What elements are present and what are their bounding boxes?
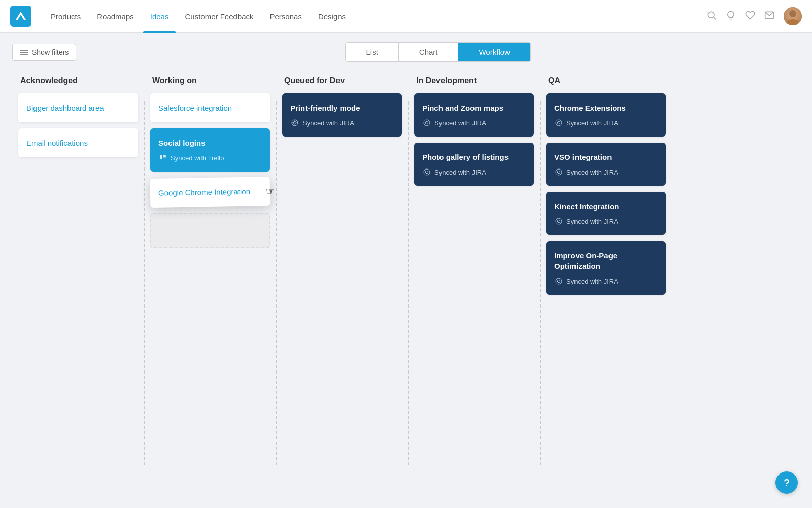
card-sync-info: Synced with JIRA xyxy=(422,118,526,127)
nav-ideas[interactable]: Ideas xyxy=(143,8,176,25)
card-sync-info: Synced with JIRA xyxy=(554,277,658,286)
svg-point-16 xyxy=(425,171,428,173)
svg-point-15 xyxy=(424,120,430,126)
svg-rect-7 xyxy=(163,155,166,157)
card-pinch-zoom-maps[interactable]: Pinch and Zoom maps Synced with JIRA xyxy=(414,93,534,137)
column-queued-for-dev: Queued for Dev Print-friendly mode Synce… xyxy=(276,76,408,465)
card-vso-integration[interactable]: VSO integration Synced with JIRA xyxy=(546,143,666,186)
column-queued-for-dev-header: Queued for Dev xyxy=(282,76,402,85)
logo-icon xyxy=(15,10,27,22)
column-in-development: In Development Pinch and Zoom maps Synce… xyxy=(408,76,540,465)
card-photo-gallery[interactable]: Photo gallery of listings Synced with JI… xyxy=(414,143,534,186)
card-title: Print-friendly mode xyxy=(290,103,394,113)
card-title: Salesforce integration xyxy=(158,103,262,113)
jira-icon xyxy=(422,167,431,177)
navbar-actions xyxy=(706,7,802,25)
card-title: Chrome Extensions xyxy=(554,103,658,113)
card-email-notifications[interactable]: Email notifications xyxy=(18,128,138,157)
workflow-board: Acknowledged Bigger dashboard area Email… xyxy=(0,71,812,477)
jira-icon xyxy=(554,167,563,177)
svg-rect-6 xyxy=(160,155,162,159)
drag-cursor: ☞ xyxy=(266,185,275,197)
card-google-chrome-integration[interactable]: Google Chrome Integration ☞ xyxy=(150,177,270,208)
navbar-links: Products Roadmaps Ideas Customer Feedbac… xyxy=(44,8,706,25)
card-title: Social logins xyxy=(158,138,262,148)
app-logo[interactable] xyxy=(10,6,31,27)
nav-products[interactable]: Products xyxy=(44,8,88,25)
column-in-development-header: In Development xyxy=(414,76,534,85)
sync-label: Synced with JIRA xyxy=(302,119,354,127)
view-tabs: List Chart Workflow xyxy=(345,42,530,62)
column-qa-header: QA xyxy=(546,76,666,85)
svg-point-19 xyxy=(556,120,562,126)
card-title: VSO integration xyxy=(554,152,658,162)
sync-label: Synced with JIRA xyxy=(566,168,618,176)
filter-icon xyxy=(20,49,28,55)
heart-icon[interactable] xyxy=(745,10,755,23)
card-chrome-extensions[interactable]: Chrome Extensions Synced with JIRA xyxy=(546,93,666,137)
svg-point-14 xyxy=(425,121,428,124)
lightbulb-icon[interactable] xyxy=(726,10,736,23)
svg-point-8 xyxy=(293,121,296,124)
avatar-image xyxy=(784,7,802,25)
svg-point-23 xyxy=(556,218,562,224)
card-title: Photo gallery of listings xyxy=(422,152,526,162)
show-filters-label: Show filters xyxy=(32,48,69,56)
column-working-on-header: Working on xyxy=(150,76,270,85)
card-title: Google Chrome Integration xyxy=(158,186,262,198)
jira-icon xyxy=(554,217,563,226)
sync-label: Synced with JIRA xyxy=(566,218,618,225)
sync-label: Synced with JIRA xyxy=(434,168,486,176)
nav-roadmaps[interactable]: Roadmaps xyxy=(90,8,141,25)
search-icon[interactable] xyxy=(706,10,717,23)
card-title: Bigger dashboard area xyxy=(26,103,130,113)
jira-icon xyxy=(554,277,563,286)
column-acknowledged-header: Acknowledged xyxy=(18,76,138,85)
jira-icon xyxy=(290,118,299,127)
show-filters-button[interactable]: Show filters xyxy=(12,44,76,61)
svg-point-0 xyxy=(708,12,714,18)
avatar[interactable] xyxy=(784,7,802,25)
card-bigger-dashboard[interactable]: Bigger dashboard area xyxy=(18,93,138,122)
sync-label: Synced with JIRA xyxy=(566,278,618,285)
column-working-on: Working on Salesforce integration Social… xyxy=(144,76,276,465)
svg-point-17 xyxy=(424,169,430,175)
sync-label: Synced with JIRA xyxy=(434,119,486,127)
tab-workflow[interactable]: Workflow xyxy=(458,43,530,61)
envelope-icon[interactable] xyxy=(764,10,774,23)
navbar: Products Roadmaps Ideas Customer Feedbac… xyxy=(0,0,812,33)
nav-personas[interactable]: Personas xyxy=(263,8,309,25)
card-title: Pinch and Zoom maps xyxy=(422,103,526,113)
card-improve-on-page[interactable]: Improve On-Page Optimization Synced with… xyxy=(546,241,666,295)
tab-chart[interactable]: Chart xyxy=(398,43,458,61)
card-title: Improve On-Page Optimization xyxy=(554,250,658,272)
jira-icon xyxy=(422,118,431,127)
toolbar: Show filters List Chart Workflow xyxy=(0,33,812,71)
card-sync-info: Synced with Trello xyxy=(158,153,262,162)
card-sync-info: Synced with JIRA xyxy=(554,118,658,127)
jira-icon xyxy=(554,118,563,127)
svg-point-20 xyxy=(557,171,560,173)
card-print-friendly-mode[interactable]: Print-friendly mode Synced with JIRA xyxy=(282,93,402,137)
card-salesforce-integration[interactable]: Salesforce integration xyxy=(150,93,270,122)
svg-point-21 xyxy=(556,169,562,175)
column-acknowledged: Acknowledged Bigger dashboard area Email… xyxy=(12,76,144,465)
tab-list[interactable]: List xyxy=(346,43,398,61)
help-button[interactable]: ? xyxy=(775,471,798,494)
help-label: ? xyxy=(784,477,790,489)
card-sync-info: Synced with JIRA xyxy=(554,167,658,177)
svg-line-1 xyxy=(714,17,716,19)
nav-designs[interactable]: Designs xyxy=(311,8,353,25)
svg-point-18 xyxy=(557,121,560,124)
column-qa: QA Chrome Extensions Synced with JIRA VS… xyxy=(540,76,672,465)
sync-label: Synced with JIRA xyxy=(566,119,618,127)
card-ghost-placeholder xyxy=(150,213,270,248)
card-sync-info: Synced with JIRA xyxy=(290,118,394,127)
card-title: Email notifications xyxy=(26,138,130,148)
nav-customer-feedback[interactable]: Customer Feedback xyxy=(178,8,260,25)
sync-label: Synced with Trello xyxy=(171,154,224,162)
card-kinect-integration[interactable]: Kinect Integration Synced with JIRA xyxy=(546,192,666,235)
svg-point-25 xyxy=(556,278,562,284)
card-social-logins[interactable]: Social logins Synced with Trello xyxy=(150,128,270,172)
card-title: Kinect Integration xyxy=(554,201,658,212)
